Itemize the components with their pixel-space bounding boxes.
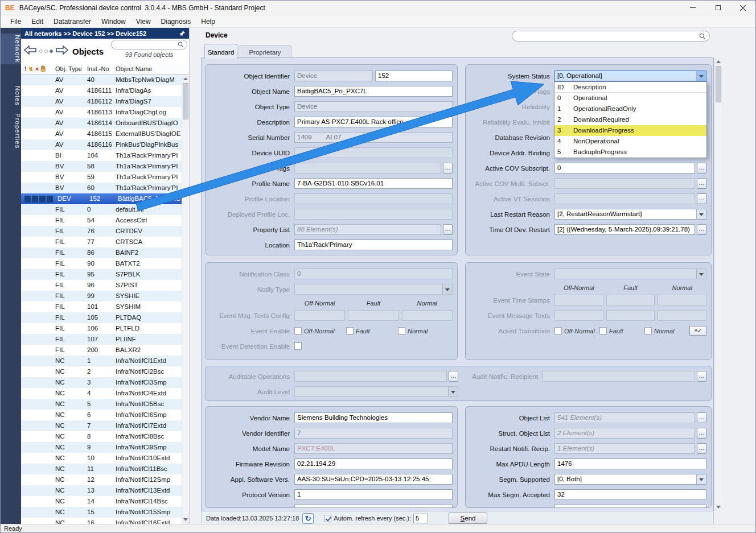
system-status-combo[interactable]: [0, Operational]: [554, 71, 706, 81]
back-arrow-button[interactable]: [24, 46, 36, 57]
object-list-scrollbar[interactable]: [182, 75, 189, 524]
object-row[interactable]: FIL 76 CRTDEV: [21, 226, 189, 237]
autorefresh-interval-input[interactable]: [413, 514, 428, 523]
object-row[interactable]: AV 4186114 OnboardIBUS'DiagIO: [21, 118, 189, 129]
object-row[interactable]: BV 60 Th1a'Rack'Primary'PI: [21, 183, 189, 193]
column-header-inst-no[interactable]: Inst.-No: [86, 65, 116, 72]
object-row[interactable]: BV 58 Th1a'Rack'Primary'PI: [21, 161, 189, 172]
max-segm-field[interactable]: 32: [554, 489, 706, 500]
object-row[interactable]: FIL 54 AccessCtrl: [21, 215, 189, 226]
object-row[interactable]: FIL 106 PLTFLD: [21, 323, 189, 334]
object-row[interactable]: FIL 77 CRTSCA: [21, 237, 189, 247]
menu-item[interactable]: Window: [96, 16, 131, 27]
object-row[interactable]: FIL 95 S7PBLK: [21, 269, 189, 280]
column-header-object-name[interactable]: Object Name: [116, 65, 189, 72]
object-row[interactable]: NC 15 Infra'NotifCl15Smp: [21, 507, 189, 518]
scrollbar-thumb[interactable]: [716, 66, 721, 102]
object-row[interactable]: AV 4186112 Infra'DiagS7: [21, 96, 189, 107]
ellipsis-button[interactable]: …: [697, 443, 706, 454]
object-identifier-instance-field[interactable]: 152: [375, 71, 453, 81]
object-row[interactable]: NC 4 Infra'NotifCl4Extd: [21, 388, 189, 399]
object-row[interactable]: NC 9 Infra'NotifCl9Smp: [21, 442, 189, 453]
chevron-down-icon[interactable]: [696, 209, 706, 219]
send-button[interactable]: Send: [449, 513, 487, 524]
object-row[interactable]: NC 12 Infra'NotifCl12Smp: [21, 474, 189, 485]
dropdown-option[interactable]: 0 Operational: [554, 93, 706, 104]
event-detection-enable-checkbox[interactable]: [294, 342, 302, 350]
firmware-revision-field[interactable]: 02.21.194.29: [294, 458, 453, 469]
alarm-filter-icon[interactable]: !: [24, 65, 27, 72]
ack-list-button[interactable]: ≡✓: [689, 326, 706, 336]
object-row[interactable]: FIL 86 BAINF2: [21, 247, 189, 258]
hand-filter-icon[interactable]: [40, 65, 46, 72]
object-row[interactable]: FIL 90 BATXT2: [21, 258, 189, 269]
object-row[interactable]: FIL 107 PLIINF: [21, 334, 189, 345]
ellipsis-button[interactable]: …: [697, 224, 706, 235]
ellipsis-button[interactable]: …: [697, 412, 706, 423]
ellipsis-button[interactable]: …: [697, 178, 706, 189]
object-row[interactable]: NC 13 Infra'NotifCl13Extd: [21, 485, 189, 496]
object-row[interactable]: FIL 0 default.ini: [21, 204, 189, 215]
chevron-down-icon[interactable]: [696, 474, 706, 484]
scroll-up-button[interactable]: [715, 57, 722, 65]
tab-proprietary[interactable]: Proprietary: [239, 46, 291, 59]
device-form-scrollbar[interactable]: [714, 57, 722, 511]
max-apdu-field[interactable]: 1476: [554, 458, 706, 469]
menu-item[interactable]: Edit: [26, 16, 48, 27]
object-row[interactable]: BV 59 Th1a'Rack'Primary'PI: [21, 172, 189, 183]
object-row[interactable]: NC 14 Infra'NotifCl14Bsc: [21, 496, 189, 507]
object-row[interactable]: AV 40 MdbsTcpNwk'DiagM: [21, 75, 189, 85]
sidebar-tab-properties[interactable]: Properties: [1, 112, 21, 150]
object-row[interactable]: NC 7 Infra'NotifCl7Extd: [21, 420, 189, 431]
last-restart-reason-combo[interactable]: [2, RestartReasonWarmstart]: [554, 209, 706, 220]
dropdown-option[interactable]: 3 DownloadInProgress: [554, 125, 706, 136]
acked-off-normal-checkbox[interactable]: [554, 327, 562, 334]
scroll-down-button[interactable]: [715, 503, 722, 511]
object-search-input[interactable]: [114, 42, 178, 48]
maximize-button[interactable]: [705, 1, 730, 15]
menu-item[interactable]: Help: [196, 16, 220, 27]
autorefresh-checkbox[interactable]: [324, 515, 331, 522]
ellipsis-button[interactable]: …: [449, 371, 458, 382]
scrollbar-track[interactable]: [715, 103, 722, 503]
event-enable-off-normal-checkbox[interactable]: [294, 327, 302, 334]
scrollbar-track[interactable]: [182, 120, 189, 516]
object-row[interactable]: FIL 96 S7PIST: [21, 280, 189, 291]
chevron-down-icon[interactable]: [696, 71, 706, 81]
tab-standard[interactable]: Standard: [204, 44, 237, 59]
acked-fault-checkbox[interactable]: [599, 327, 607, 334]
location-field[interactable]: Th1a'Rack'Primary: [294, 239, 453, 250]
object-row[interactable]: NC 16 Infra'NotifCl16Extd: [21, 518, 189, 524]
object-row[interactable]: DEV 152 BättigBAC5_Pri_PXC7: [21, 193, 189, 204]
refresh-button[interactable]: ↻: [302, 513, 314, 524]
object-row[interactable]: NC 5 Infra'NotifCl5Bsc: [21, 399, 189, 410]
event-enable-fault-checkbox[interactable]: [346, 327, 354, 334]
object-row[interactable]: NC 6 Infra'NotifCl6Smp: [21, 410, 189, 420]
ellipsis-button[interactable]: …: [697, 163, 706, 173]
scroll-up-button[interactable]: [182, 75, 189, 82]
error-filter-icon[interactable]: ×: [35, 65, 39, 72]
object-row[interactable]: NC 10 Infra'NotifCl10Extd: [21, 453, 189, 464]
object-row[interactable]: FIL 99 SYSHIE: [21, 291, 189, 301]
object-row[interactable]: BI 104 Th1a'Rack'Primary'PI: [21, 150, 189, 161]
object-row[interactable]: NC 1 Infra'NotifCl1Extd: [21, 356, 189, 366]
dropdown-option[interactable]: 2 DownloadRequired: [554, 114, 706, 125]
dropdown-option[interactable]: 4 NonOperational: [554, 136, 706, 147]
profile-name-field[interactable]: 7-BA-G2DS1-010-SBCv16.01: [294, 178, 453, 189]
minimize-button[interactable]: [680, 1, 705, 15]
object-row[interactable]: AV 4186111 Infra'DiagAs: [21, 85, 189, 96]
object-row[interactable]: FIL 101 SYSHIM: [21, 301, 189, 312]
object-row[interactable]: NC 3 Infra'NotifCl3Smp: [21, 377, 189, 388]
ellipsis-button[interactable]: …: [697, 193, 706, 204]
object-row[interactable]: NC 11 Infra'NotifCl11Bsc: [21, 464, 189, 474]
object-row[interactable]: FIL 105 PLTDAQ: [21, 312, 189, 323]
object-row[interactable]: AV 4186116 PlnkBus'DiagPlnkBus: [21, 139, 189, 150]
object-row[interactable]: AV 4186115 ExternalIBUS'DiagIOE: [21, 129, 189, 139]
scrollbar-thumb[interactable]: [183, 83, 188, 119]
object-name-field[interactable]: BättigBAC5_Pri_PXC7L: [294, 86, 453, 97]
ellipsis-button[interactable]: …: [697, 428, 706, 439]
column-header-obj-type[interactable]: Obj. Type: [51, 65, 86, 72]
object-row[interactable]: NC 2 Infra'NotifCl2Bsc: [21, 366, 189, 377]
property-search-input[interactable]: [516, 33, 699, 40]
menu-item[interactable]: Diagnosis: [156, 16, 196, 27]
